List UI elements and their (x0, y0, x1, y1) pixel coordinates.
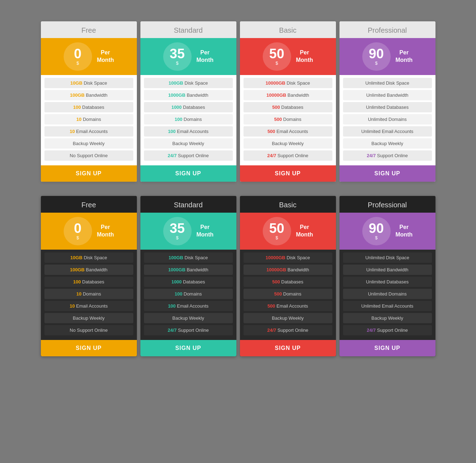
feature-highlight: 1000GB (168, 267, 185, 272)
signup-button[interactable]: SIGN UP (240, 165, 336, 182)
plan-card-standard-dark: Standard35$PerMonth100GB Disk Space1000G… (140, 196, 236, 356)
feature-row: Unlimited Disk Space (343, 252, 432, 263)
signup-button[interactable]: SIGN UP (41, 340, 137, 356)
feature-highlight: 500 (272, 105, 280, 110)
feature-highlight: 500 (272, 279, 280, 284)
feature-row: 100 Email Accounts (144, 301, 233, 311)
feature-row: 24/7 Support Online (244, 150, 332, 161)
feature-row: 24/7 Support Online (343, 325, 432, 335)
price-dollar: $ (176, 60, 178, 66)
feature-row: 10000GB Disk Space (244, 252, 332, 263)
feature-row: Backup Weekly (44, 138, 133, 149)
signup-button[interactable]: SIGN UP (41, 165, 137, 182)
feature-highlight: 24/7 (267, 328, 276, 333)
feature-row: 1000GB Bandwidth (144, 90, 233, 100)
feature-highlight: 1000 (171, 105, 182, 110)
feature-row: Unlimited Email Accounts (343, 126, 432, 137)
feature-highlight: 24/7 (168, 328, 177, 333)
feature-row: Unlimited Domains (343, 114, 432, 124)
price-dollar: $ (76, 60, 79, 66)
signup-button[interactable]: SIGN UP (140, 340, 236, 356)
price-circle: 35$ (163, 217, 192, 245)
feature-row: 24/7 Support Online (244, 325, 332, 335)
feature-row: 10 Domains (44, 114, 133, 124)
signup-button[interactable]: SIGN UP (140, 165, 236, 182)
feature-row: 500 Databases (244, 277, 332, 287)
features-list: 10GB Disk Space100GB Bandwidth100 Databa… (41, 250, 137, 340)
price-dollar: $ (375, 60, 378, 66)
per-month-label: PerMonth (97, 224, 114, 239)
feature-row: Backup Weekly (144, 138, 233, 149)
price-number: 0 (74, 47, 81, 60)
feature-row: 10000GB Bandwidth (244, 265, 332, 275)
plan-card-standard-light: Standard35$PerMonth100GB Disk Space1000G… (140, 21, 236, 182)
feature-row: 1000GB Bandwidth (144, 265, 233, 275)
feature-row: 100 Databases (44, 277, 133, 287)
feature-row: 100GB Bandwidth (44, 90, 133, 100)
feature-highlight: 100GB (70, 92, 85, 98)
feature-row: 10 Domains (44, 289, 133, 299)
feature-highlight: 10 (70, 303, 75, 309)
price-band: 50$PerMonth (240, 38, 336, 75)
feature-row: 100 Domains (144, 289, 233, 299)
feature-row: Unlimited Disk Space (343, 78, 432, 88)
feature-highlight: 500 (274, 291, 282, 297)
price-band: 50$PerMonth (240, 213, 336, 250)
features-list: 10GB Disk Space100GB Bandwidth100 Databa… (41, 75, 137, 165)
feature-highlight: 100 (73, 105, 81, 110)
feature-row: Unlimited Databases (343, 277, 432, 287)
price-dollar: $ (276, 60, 278, 66)
feature-row: 10GB Disk Space (44, 78, 133, 88)
feature-row: 100 Domains (144, 114, 233, 124)
price-circle: 50$ (263, 217, 291, 245)
price-circle: 0$ (64, 42, 92, 71)
price-number: 50 (269, 47, 284, 60)
feature-highlight: 100 (175, 291, 182, 297)
plan-card-basic-light: Basic50$PerMonth10000GB Disk Space10000G… (240, 21, 336, 182)
feature-row: 100GB Disk Space (144, 252, 233, 263)
feature-highlight: 1000GB (168, 92, 185, 98)
price-band: 90$PerMonth (339, 213, 435, 250)
features-list: 100GB Disk Space1000GB Bandwidth1000 Dat… (140, 250, 236, 340)
feature-row: Backup Weekly (44, 313, 133, 323)
feature-row: Unlimited Email Accounts (343, 301, 432, 311)
feature-row: 10 Email Accounts (44, 126, 133, 137)
feature-row: Backup Weekly (244, 313, 332, 323)
feature-row: 500 Email Accounts (244, 126, 332, 137)
price-number: 90 (369, 222, 384, 235)
feature-row: 500 Databases (244, 102, 332, 112)
feature-row: 100GB Disk Space (144, 78, 233, 88)
feature-row: Backup Weekly (244, 138, 332, 149)
feature-highlight: 100 (168, 303, 176, 309)
feature-highlight: 10 (76, 117, 81, 122)
feature-row: 100GB Bandwidth (44, 265, 133, 275)
feature-row: Unlimited Databases (343, 102, 432, 112)
feature-highlight: 10 (76, 291, 81, 297)
price-circle: 0$ (64, 217, 92, 245)
feature-highlight: 10GB (70, 255, 82, 260)
feature-row: Backup Weekly (144, 313, 233, 323)
feature-row: 24/7 Support Online (144, 150, 233, 161)
feature-highlight: 500 (267, 303, 275, 309)
feature-row: Unlimited Domains (343, 289, 432, 299)
signup-button[interactable]: SIGN UP (240, 340, 336, 356)
feature-row: Unlimited Bandwidth (343, 265, 432, 275)
feature-row: Unlimited Bandwidth (343, 90, 432, 100)
price-band: 0$PerMonth (41, 38, 137, 75)
feature-highlight: 100GB (70, 267, 85, 272)
price-dollar: $ (276, 235, 278, 241)
feature-row: 1000 Databases (144, 102, 233, 112)
feature-highlight: 10 (70, 129, 75, 134)
feature-highlight: 100 (168, 129, 176, 134)
plan-name: Free (41, 196, 137, 213)
price-dollar: $ (176, 235, 178, 241)
feature-highlight: 100GB (169, 255, 183, 260)
feature-row: 100 Email Accounts (144, 126, 233, 137)
feature-row: 24/7 Support Online (144, 325, 233, 335)
feature-highlight: 24/7 (267, 153, 276, 158)
signup-button[interactable]: SIGN UP (339, 340, 435, 356)
light-pricing-row: Free0$PerMonth10GB Disk Space100GB Bandw… (7, 21, 469, 182)
feature-row: 500 Domains (244, 114, 332, 124)
signup-button[interactable]: SIGN UP (339, 165, 435, 182)
plan-name: Professional (339, 196, 435, 213)
